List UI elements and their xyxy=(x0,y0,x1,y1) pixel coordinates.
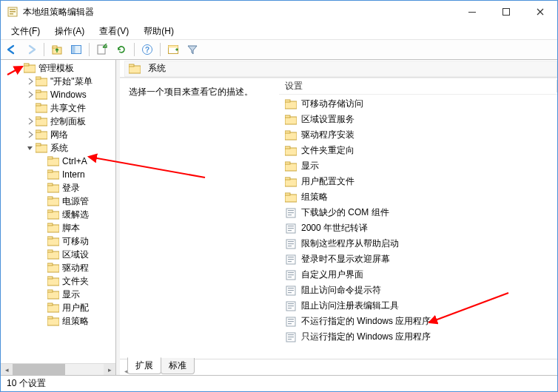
svg-rect-42 xyxy=(47,237,53,239)
tree-item-system[interactable]: 系统 xyxy=(1,141,115,155)
tree-item[interactable]: 网络 xyxy=(1,128,115,141)
show-hide-tree-button[interactable] xyxy=(68,41,84,58)
list-item-label: 自定义用户界面 xyxy=(301,268,363,281)
tree-item[interactable]: 控制面板 xyxy=(1,115,115,128)
svg-rect-86 xyxy=(288,261,292,262)
folder-icon xyxy=(285,114,297,126)
toolbar-separator xyxy=(44,43,44,56)
expander-icon[interactable] xyxy=(26,118,35,125)
tree-item[interactable]: 用户配 xyxy=(1,301,115,314)
close-button[interactable] xyxy=(523,1,557,23)
tree-item[interactable]: 显示 xyxy=(1,288,115,301)
tree-item[interactable]: 文件夹 xyxy=(1,274,115,288)
folder-icon xyxy=(36,129,47,140)
list-setting-item[interactable]: 2000 年世纪转译 xyxy=(279,220,557,236)
svg-rect-62 xyxy=(285,131,290,133)
description-column: 选择一个项目来查看它的描述。 xyxy=(120,78,279,359)
list-folder-item[interactable]: 可移动存储访问 xyxy=(279,96,557,112)
extended-view-button[interactable] xyxy=(165,41,181,58)
list-folder-item[interactable]: 驱动程序安装 xyxy=(279,127,557,143)
tab-standard[interactable]: 标准 xyxy=(161,358,195,374)
svg-rect-58 xyxy=(285,100,290,102)
minimize-button[interactable] xyxy=(455,1,489,23)
folder-icon xyxy=(47,316,59,326)
tree-item[interactable]: 脚本 xyxy=(1,221,115,234)
tree-item[interactable]: 区域设 xyxy=(1,248,115,261)
svg-rect-48 xyxy=(47,277,53,279)
list-setting-item[interactable]: 自定义用户界面 xyxy=(279,267,557,283)
help-button[interactable]: ? xyxy=(139,41,155,58)
tree-item-label: 脚本 xyxy=(62,222,80,234)
tree-item-label: 缓解选 xyxy=(62,209,89,221)
folder-icon xyxy=(285,176,297,188)
refresh-button[interactable] xyxy=(113,41,130,58)
tree-item[interactable]: 登录 xyxy=(1,181,115,195)
tree-item[interactable]: "开始"菜单 xyxy=(1,75,115,88)
tree-item[interactable]: 缓解选 xyxy=(1,208,115,221)
list-folder-item[interactable]: 用户配置文件 xyxy=(279,174,557,189)
up-level-button[interactable] xyxy=(49,41,65,58)
list-item-label: 组策略 xyxy=(301,191,328,203)
svg-rect-93 xyxy=(288,290,294,291)
maximize-button[interactable] xyxy=(489,1,523,23)
list-folder-item[interactable]: 组策略 xyxy=(279,189,557,205)
expander-icon[interactable] xyxy=(26,131,35,138)
filter-button[interactable] xyxy=(184,41,201,58)
list-setting-item[interactable]: 下载缺少的 COM 组件 xyxy=(279,205,557,220)
list-folder-item[interactable]: 文件夹重定向 xyxy=(279,143,557,158)
svg-rect-90 xyxy=(288,277,292,277)
list-setting-item[interactable]: 限制这些程序从帮助启动 xyxy=(279,236,557,251)
window-title: 本地组策略编辑器 xyxy=(23,6,455,18)
menu-file[interactable]: 文件(F) xyxy=(5,24,46,39)
tree-root-admin-templates[interactable]: 管理模板 xyxy=(1,61,115,75)
scroll-left-arrow[interactable]: ◂ xyxy=(1,364,13,375)
column-header-label: 设置 xyxy=(285,80,303,92)
svg-rect-84 xyxy=(288,257,294,257)
forward-button[interactable] xyxy=(23,41,39,58)
list-item-label: 阻止访问注册表编辑工具 xyxy=(301,300,399,312)
tree-item[interactable]: Windows xyxy=(1,88,115,101)
folder-icon xyxy=(47,289,59,300)
folder-icon xyxy=(36,143,47,153)
expander-icon[interactable] xyxy=(14,64,23,72)
list-setting-item[interactable]: 阻止访问命令提示符 xyxy=(279,283,557,298)
list-folder-item[interactable]: 区域设置服务 xyxy=(279,112,557,127)
menu-view[interactable]: 查看(V) xyxy=(93,24,135,39)
list-setting-item[interactable]: 不运行指定的 Windows 应用程序 xyxy=(279,314,557,329)
svg-text:?: ? xyxy=(145,46,149,54)
tree-item[interactable]: 共享文件 xyxy=(1,101,115,115)
tree-item-label: Ctrl+A xyxy=(62,156,87,166)
menu-help[interactable]: 帮助(H) xyxy=(138,24,180,39)
list-setting-item[interactable]: 只运行指定的 Windows 应用程序 xyxy=(279,329,557,345)
list-folder-item[interactable]: 显示 xyxy=(279,158,557,174)
back-button[interactable] xyxy=(4,41,20,58)
export-button[interactable] xyxy=(94,41,110,58)
tree-pane: 管理模板"开始"菜单Windows共享文件控制面板网络系统Ctrl+AInter… xyxy=(1,60,116,375)
folder-icon xyxy=(285,145,297,157)
folder-icon xyxy=(47,263,59,273)
column-header-setting[interactable]: 设置 xyxy=(279,78,557,95)
menu-action[interactable]: 操作(A) xyxy=(49,24,90,39)
scroll-thumb[interactable] xyxy=(13,364,65,375)
svg-rect-36 xyxy=(47,197,53,199)
folder-icon xyxy=(47,223,59,233)
folder-icon xyxy=(36,116,47,126)
expander-icon[interactable] xyxy=(26,144,35,152)
tree-item[interactable]: 驱动程 xyxy=(1,261,115,274)
tree-item[interactable]: Intern xyxy=(1,168,115,181)
svg-rect-44 xyxy=(47,250,53,252)
list-setting-item[interactable]: 阻止访问注册表编辑工具 xyxy=(279,298,557,314)
tree-horizontal-scrollbar[interactable]: ◂ ▸ xyxy=(1,363,115,375)
expander-icon[interactable] xyxy=(26,91,35,98)
tree-item[interactable]: 电源管 xyxy=(1,195,115,208)
list-setting-item[interactable]: 登录时不显示欢迎屏幕 xyxy=(279,251,557,267)
expander-icon[interactable] xyxy=(26,78,35,85)
tree-item[interactable]: Ctrl+A xyxy=(1,155,115,168)
tree-item[interactable]: 组策略 xyxy=(1,314,115,328)
list-item-label: 不运行指定的 Windows 应用程序 xyxy=(301,315,431,328)
folder-icon xyxy=(285,129,297,141)
svg-rect-74 xyxy=(288,214,292,215)
tab-extended[interactable]: 扩展 xyxy=(127,357,161,374)
scroll-right-arrow[interactable]: ▸ xyxy=(104,364,115,375)
tree-item[interactable]: 可移动 xyxy=(1,234,115,248)
